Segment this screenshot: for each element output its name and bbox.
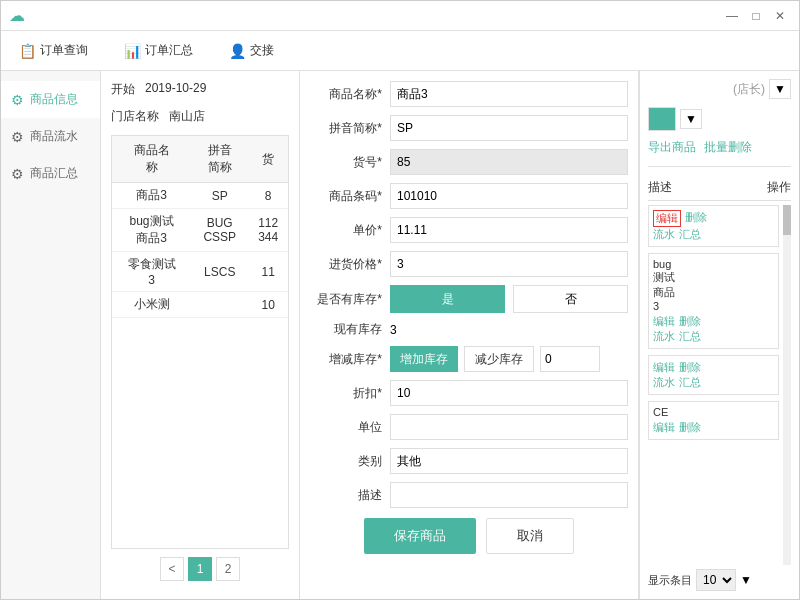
- minimize-button[interactable]: —: [721, 5, 743, 27]
- form-row-desc: 描述: [310, 482, 628, 508]
- gear-icon-3: ⚙: [11, 166, 24, 182]
- form-row-pinyin: 拼音简称*: [310, 115, 628, 141]
- titlebar: ☁ — □ ✕: [1, 1, 799, 31]
- table-row[interactable]: bug测试商品3 BUGCSSP 112344: [112, 209, 288, 252]
- product-table-container: 商品名称 拼音简称 货 商品3 SP 8 bug测试商品3: [111, 135, 289, 549]
- export-product-link[interactable]: 导出商品: [648, 139, 696, 156]
- reduce-stock-button[interactable]: 减少库存: [464, 346, 534, 372]
- user-dropdown-button[interactable]: ▼: [769, 79, 791, 99]
- delete-link-3[interactable]: 删除: [679, 360, 701, 375]
- right-top: (店长) ▼: [648, 79, 791, 99]
- delete-link-4[interactable]: 删除: [679, 420, 701, 435]
- label-product-name: 商品名称*: [310, 86, 390, 103]
- flow-link-3[interactable]: 流水: [653, 375, 675, 390]
- input-pinyin[interactable]: [390, 115, 628, 141]
- show-count-label: 显示条目: [648, 573, 692, 588]
- list-item: CE 编辑 删除: [648, 401, 779, 440]
- item-4-text: CE: [653, 406, 774, 418]
- input-desc[interactable]: [390, 482, 628, 508]
- show-count-select[interactable]: 10 20 50: [696, 569, 736, 591]
- sidebar-item-product-info-label: 商品信息: [30, 91, 78, 108]
- product-pinyin-cell: BUGCSSP: [191, 209, 248, 252]
- toolbar-handover[interactable]: 👤 交接: [221, 38, 282, 63]
- page-1-button[interactable]: 1: [188, 557, 212, 581]
- stock-yes-button[interactable]: 是: [390, 285, 505, 313]
- store-row: 门店名称 南山店: [111, 108, 289, 125]
- page-2-button[interactable]: 2: [216, 557, 240, 581]
- stock-no-button[interactable]: 否: [513, 285, 628, 313]
- table-row[interactable]: 小米测 10: [112, 292, 288, 318]
- item-2-actions: 编辑 删除: [653, 314, 774, 329]
- table-row[interactable]: 商品3 SP 8: [112, 183, 288, 209]
- input-product-name[interactable]: [390, 81, 628, 107]
- close-button[interactable]: ✕: [769, 5, 791, 27]
- input-barcode[interactable]: [390, 183, 628, 209]
- input-purchase-price[interactable]: [390, 251, 628, 277]
- stock-change-input[interactable]: [540, 346, 600, 372]
- summary-link-3[interactable]: 汇总: [679, 375, 701, 390]
- table-row[interactable]: 零食测试3 LSCS 11: [112, 252, 288, 292]
- product-pinyin-cell: [191, 292, 248, 318]
- right-table-header: 描述 操作: [648, 175, 791, 201]
- label-price: 单价*: [310, 222, 390, 239]
- item-1-actions: 编辑 删除: [653, 210, 774, 227]
- delete-link-2[interactable]: 删除: [679, 314, 701, 329]
- save-product-button[interactable]: 保存商品: [364, 518, 476, 554]
- app-icon: ☁: [9, 6, 25, 25]
- right-items-list: 编辑 删除 流水 汇总 bug测试商品3 编辑 删除: [648, 205, 779, 565]
- toolbar: 📋 订单查询 📊 订单汇总 👤 交接: [1, 31, 799, 71]
- item-4-actions: 编辑 删除: [653, 420, 774, 435]
- flow-link-1[interactable]: 流水: [653, 227, 675, 242]
- scrollbar-thumb[interactable]: [783, 205, 791, 235]
- sidebar-item-product-summary-label: 商品汇总: [30, 165, 78, 182]
- item-3-actions-2: 流水 汇总: [653, 375, 774, 390]
- sidebar-item-product-info[interactable]: ⚙ 商品信息: [1, 81, 100, 118]
- edit-link-4[interactable]: 编辑: [653, 420, 675, 435]
- label-pinyin: 拼音简称*: [310, 120, 390, 137]
- product-code-cell: 11: [248, 252, 288, 292]
- sidebar-item-product-summary[interactable]: ⚙ 商品汇总: [1, 155, 100, 192]
- label-barcode: 商品条码*: [310, 188, 390, 205]
- input-discount[interactable]: [390, 380, 628, 406]
- toolbar-order-query[interactable]: 📋 订单查询: [11, 38, 96, 63]
- sidebar-item-product-flow-label: 商品流水: [30, 128, 78, 145]
- batch-delete-link[interactable]: 批量删除: [704, 139, 752, 156]
- sidebar-item-product-flow[interactable]: ⚙ 商品流水: [1, 118, 100, 155]
- add-stock-button[interactable]: 增加库存: [390, 346, 458, 372]
- product-name-cell: bug测试商品3: [112, 209, 191, 252]
- product-name-cell: 商品3: [112, 183, 191, 209]
- maximize-button[interactable]: □: [745, 5, 767, 27]
- form-panel: 商品名称* 拼音简称* 货号* 商品条码* 单价*: [299, 71, 639, 599]
- label-unit: 单位: [310, 419, 390, 436]
- input-price[interactable]: [390, 217, 628, 243]
- form-row-current-stock: 现有库存 3: [310, 321, 628, 338]
- input-unit[interactable]: [390, 414, 628, 440]
- header-action: 操作: [767, 179, 791, 196]
- flow-link-2[interactable]: 流水: [653, 329, 675, 344]
- input-code[interactable]: [390, 149, 628, 175]
- product-pinyin-cell: LSCS: [191, 252, 248, 292]
- order-summary-icon: 📊: [124, 43, 141, 59]
- color-dropdown-button[interactable]: ▼: [680, 109, 702, 129]
- input-category[interactable]: [390, 448, 628, 474]
- form-row-unit: 单位: [310, 414, 628, 440]
- current-stock-value: 3: [390, 323, 397, 337]
- main-content: ⚙ 商品信息 ⚙ 商品流水 ⚙ 商品汇总 开始 2019-10-29 门店名称 …: [1, 71, 799, 599]
- titlebar-controls: — □ ✕: [721, 5, 791, 27]
- summary-link-2[interactable]: 汇总: [679, 329, 701, 344]
- prev-page-button[interactable]: <: [160, 557, 184, 581]
- edit-link-1[interactable]: 编辑: [653, 210, 681, 227]
- right-divider: [648, 166, 791, 167]
- cancel-button[interactable]: 取消: [486, 518, 574, 554]
- form-row-price: 单价*: [310, 217, 628, 243]
- toolbar-order-summary[interactable]: 📊 订单汇总: [116, 38, 201, 63]
- edit-link-3[interactable]: 编辑: [653, 360, 675, 375]
- delete-link-1[interactable]: 删除: [685, 210, 707, 227]
- edit-link-2[interactable]: 编辑: [653, 314, 675, 329]
- info-row: 开始 2019-10-29: [111, 81, 289, 98]
- form-row-purchase-price: 进货价格*: [310, 251, 628, 277]
- summary-link-1[interactable]: 汇总: [679, 227, 701, 242]
- form-actions: 保存商品 取消: [310, 518, 628, 554]
- col-header-code: 货: [248, 136, 288, 183]
- form-row-stock-radio: 是否有库存* 是 否: [310, 285, 628, 313]
